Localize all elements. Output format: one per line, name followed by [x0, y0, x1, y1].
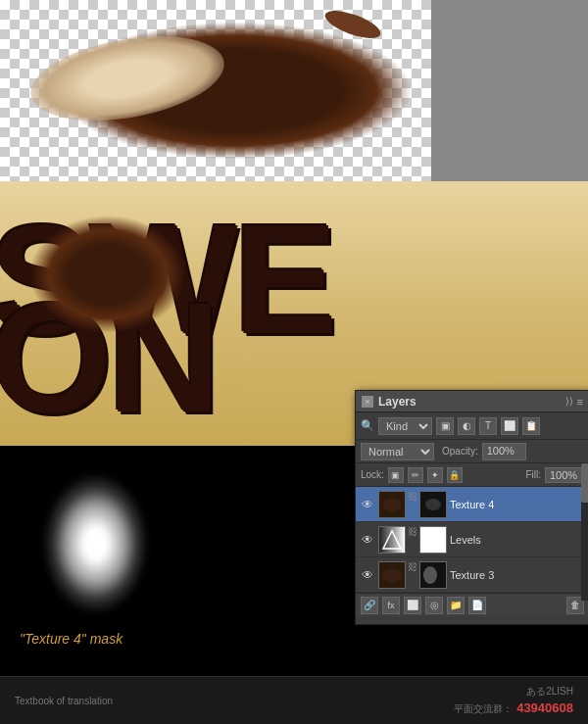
adjustment-filter-button[interactable]: ◐: [458, 417, 475, 435]
layers-panel: × Layers ⟩⟩ ≡ 🔍 Kind ▣ ◐ T ⬜ 📋 Normal Op…: [355, 390, 588, 625]
canvas-bottom-area: "Texture 4" mask: [0, 446, 358, 661]
lock-pixels-button[interactable]: ▣: [388, 467, 404, 483]
layer-name: Levels: [450, 534, 585, 546]
layer-row[interactable]: 👁 ⛓ Texture 3: [356, 557, 588, 593]
layer-row[interactable]: 👁 ⛓: [356, 522, 588, 557]
panel-blend-row: Normal Opacity: 100%: [356, 440, 588, 463]
opacity-label: Opacity:: [442, 446, 478, 457]
layers-list: 👁 ⛓ Texture 4 👁: [356, 487, 588, 593]
adjustments-button[interactable]: ◎: [425, 597, 443, 614]
fx-button[interactable]: fx: [382, 597, 400, 614]
add-mask-button[interactable]: ⬜: [404, 597, 421, 614]
watermark-brand: ある2LISH: [526, 686, 573, 697]
layer-thumb-group: ⛓: [378, 526, 447, 554]
watermark-id: 43940608: [516, 700, 573, 715]
ice-cream-overlay: [20, 201, 196, 348]
shape-filter-button[interactable]: ⬜: [501, 417, 518, 435]
layer-name: Texture 3: [450, 569, 585, 581]
new-group-button[interactable]: 📁: [447, 597, 465, 614]
panel-filter-row: 🔍 Kind ▣ ◐ T ⬜ 📋: [356, 412, 588, 440]
svg-point-1: [382, 498, 402, 511]
smart-filter-button[interactable]: 📋: [522, 417, 540, 435]
panel-titlebar: × Layers ⟩⟩ ≡: [356, 391, 588, 412]
svg-point-7: [382, 568, 402, 582]
mask-shape: [29, 475, 176, 612]
watermark-right: ある2LISH 平面交流群： 43940608: [454, 685, 573, 716]
panel-title-group: × Layers: [362, 395, 416, 409]
filter-kind-dropdown[interactable]: Kind: [378, 417, 432, 435]
watermark-left-text: Textbook of translation: [15, 696, 113, 706]
layer-visibility-toggle[interactable]: 👁: [360, 497, 375, 512]
watermark-bar: Textbook of translation ある2LISH 平面交流群： 4…: [0, 676, 588, 724]
type-filter-button[interactable]: T: [479, 417, 497, 435]
layer-thumb-group: ⛓: [378, 491, 447, 518]
watermark-id-row: 平面交流群： 43940608: [454, 699, 573, 716]
layer-visibility-toggle[interactable]: 👁: [360, 532, 375, 548]
layer-row[interactable]: 👁 ⛓ Texture 4: [356, 487, 588, 522]
scrollbar-thumb[interactable]: [581, 463, 588, 503]
ice-cream-top-image: [20, 10, 412, 171]
panel-toolbar: 🔗 fx ⬜ ◎ 📁 📄 🗑: [356, 593, 588, 616]
filter-search-icon: 🔍: [361, 419, 374, 432]
layer-chain-icon: ⛓: [408, 526, 417, 554]
new-layer-button[interactable]: 📄: [468, 597, 486, 614]
mask-label: "Texture 4" mask: [20, 631, 122, 647]
watermark-group-label: ある2LISH: [454, 685, 573, 699]
layer-thumbnail: [378, 491, 406, 518]
layers-scrollbar[interactable]: [581, 463, 588, 601]
panel-collapse-button[interactable]: ⟩⟩: [565, 396, 573, 407]
blend-mode-dropdown[interactable]: Normal: [361, 443, 434, 460]
watermark-right-label: 平面交流群：: [454, 703, 513, 714]
lock-all-button[interactable]: 🔒: [447, 467, 463, 483]
layer-visibility-toggle[interactable]: 👁: [360, 567, 375, 583]
lock-position-button[interactable]: ✏: [408, 467, 423, 483]
layer-mask-thumbnail: [419, 561, 447, 589]
layer-name: Texture 4: [450, 499, 585, 510]
layer-chain-icon: ⛓: [408, 491, 417, 518]
layer-chain-icon: ⛓: [408, 561, 417, 589]
layer-thumb-group: ⛓: [378, 561, 447, 589]
canvas-top-area: [0, 0, 588, 181]
panel-close-button[interactable]: ×: [362, 396, 373, 408]
layer-thumbnail: [378, 526, 406, 554]
pixel-filter-button[interactable]: ▣: [436, 417, 454, 435]
opacity-value[interactable]: 100%: [482, 443, 526, 460]
lock-artboards-button[interactable]: ✦: [427, 467, 443, 483]
svg-point-9: [423, 566, 437, 584]
link-layers-button[interactable]: 🔗: [361, 597, 378, 614]
layer-mask-thumbnail: [419, 491, 447, 518]
panel-menu-button[interactable]: ≡: [577, 396, 583, 408]
fill-label: Fill:: [525, 469, 541, 480]
mask-preview: [29, 475, 176, 612]
layer-mask-thumbnail: [419, 526, 447, 554]
fill-value[interactable]: 100%: [545, 467, 584, 483]
panel-lock-row: Lock: ▣ ✏ ✦ 🔒 Fill: 100%: [356, 463, 588, 487]
panel-title: Layers: [378, 395, 416, 409]
svg-point-3: [425, 499, 441, 510]
layer-thumbnail: [378, 561, 406, 589]
lock-label: Lock:: [361, 469, 384, 480]
